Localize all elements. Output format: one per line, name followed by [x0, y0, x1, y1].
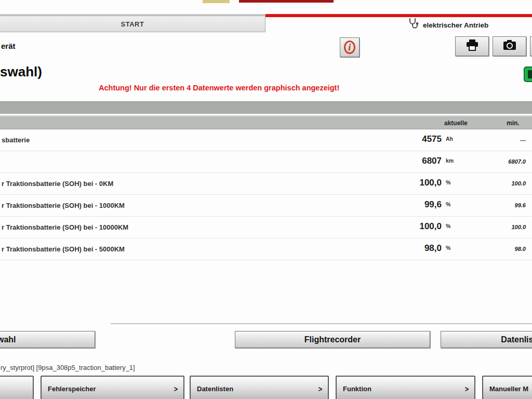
row-min-value: 98.0	[468, 246, 526, 252]
menu-button-label: Funktion	[337, 385, 371, 393]
table-row[interactable]: r Traktionsbatterie (SOH) bei - 1000KM 9…	[0, 195, 532, 217]
module-header: elektrischer Antrieb	[408, 18, 488, 32]
menu-button[interactable]: Funktion >	[336, 376, 475, 399]
table-row[interactable]: r Traktionsbatterie (SOH) bei - 0KM 100,…	[0, 173, 532, 195]
row-label: r Traktionsbatterie (SOH) bei - 1000KM	[2, 202, 125, 209]
row-min-value: 99.6	[468, 202, 526, 208]
row-current-value: 98,0	[364, 243, 442, 254]
row-min-value: 100.0	[468, 224, 526, 230]
top-cropped-yellow-bar	[203, 0, 230, 3]
menu-button[interactable]: Datenlisten >	[190, 376, 329, 399]
row-current-value: 100,0	[364, 178, 442, 188]
column-header-current: aktuelle	[444, 119, 468, 127]
row-current-value: 99,6	[364, 200, 442, 210]
row-label: sbatterie	[2, 136, 30, 144]
table-row[interactable]: sbatterie 4575 Ah ---	[0, 129, 532, 151]
chevron-right-icon: >	[465, 384, 469, 393]
row-label: r Traktionsbatterie (SOH) bei - 0KM	[2, 180, 113, 188]
table-row[interactable]: 6807 km 6807.0	[0, 151, 532, 173]
stethoscope-icon	[408, 18, 420, 32]
table-header-bar-top	[0, 101, 532, 114]
row-label: r Traktionsbatterie (SOH) bei - 5000KM	[2, 245, 125, 253]
info-button[interactable]: i	[340, 37, 360, 57]
datenliste-button-cropped[interactable]: Datenlist	[441, 331, 532, 348]
screenshot-button[interactable]	[493, 36, 526, 56]
menu-button[interactable]: Manueller M >	[482, 376, 532, 399]
row-label: r Traktionsbatterie (SOH) bei - 10000KM	[2, 223, 128, 231]
table-row[interactable]: r Traktionsbatterie (SOH) bei - 5000KM 9…	[0, 238, 532, 260]
menu-button[interactable]: >	[0, 376, 34, 399]
row-min-value: 6807.0	[468, 158, 526, 165]
row-unit: %	[446, 223, 450, 229]
cropped-toolbar-button[interactable]	[530, 36, 532, 56]
tab-start[interactable]: START	[0, 16, 265, 32]
top-cropped-red-bar	[239, 0, 334, 3]
section-divider	[111, 323, 532, 324]
print-button[interactable]	[455, 36, 489, 56]
row-current-value: 6807	[364, 156, 442, 166]
selection-button-cropped[interactable]: wahl	[0, 331, 95, 348]
flightrecorder-label: Flightrecorder	[304, 335, 361, 344]
row-min-value: 100.0	[468, 180, 526, 187]
column-header-min: min.	[507, 119, 520, 127]
table-row[interactable]: r Traktionsbatterie (SOH) bei - 10000KM …	[0, 217, 532, 238]
tab-start-label: START	[121, 20, 144, 28]
chevron-right-icon: >	[174, 384, 178, 393]
accent-red-line	[265, 14, 532, 17]
status-line: ry_styrprot] [9psa_308p5_traction_batter…	[1, 364, 135, 371]
row-current-value: 4575	[364, 134, 442, 144]
row-unit: %	[446, 179, 450, 185]
measurement-table: sbatterie 4575 Ah --- 6807 km 6807.0 r T…	[0, 129, 532, 260]
module-name: elektrischer Antrieb	[423, 21, 488, 29]
info-icon: i	[344, 41, 355, 54]
menu-button-label: Fehlerspeicher	[42, 385, 96, 393]
table-header-bar: aktuelle min.	[0, 115, 532, 129]
camera-icon	[502, 39, 517, 53]
warning-text: Achtung! Nur die ersten 4 Datenwerte wer…	[99, 84, 339, 92]
selection-button-label: wahl	[0, 335, 16, 344]
row-unit: %	[446, 201, 450, 207]
row-unit: km	[446, 157, 454, 164]
battery-status-icon	[524, 66, 532, 82]
row-unit: %	[446, 245, 450, 251]
menu-button[interactable]: Fehlerspeicher >	[41, 376, 184, 399]
menu-button-label: Datenlisten	[191, 385, 233, 393]
datenliste-label: Datenlist	[501, 335, 532, 344]
row-current-value: 100,0	[364, 221, 442, 232]
printer-icon	[465, 39, 480, 54]
chevron-right-icon: >	[318, 384, 322, 393]
page-title-fragment: swahl)	[0, 64, 42, 80]
row-min-value: ---	[468, 137, 526, 143]
device-text-fragment: erät	[1, 42, 16, 50]
row-unit: Ah	[446, 136, 453, 142]
flightrecorder-button[interactable]: Flightrecorder	[235, 331, 430, 348]
menu-button-label: Manueller M	[483, 385, 528, 393]
